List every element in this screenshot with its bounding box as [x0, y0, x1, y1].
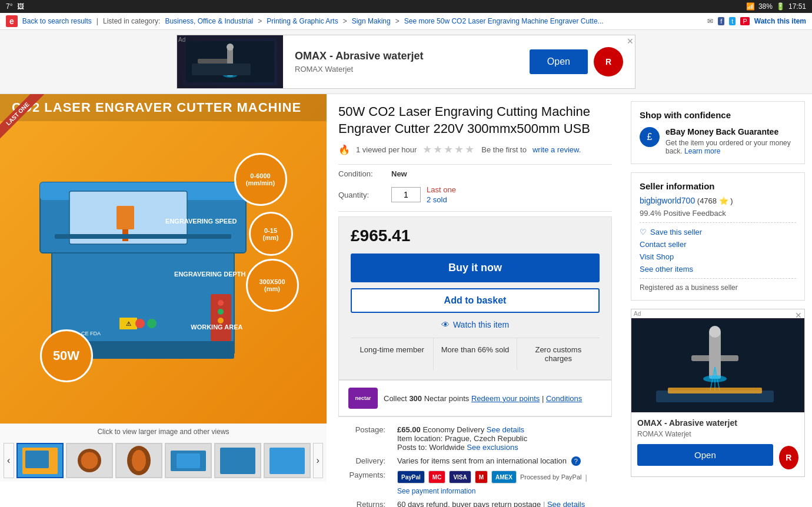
nectar-points-value: 300	[409, 394, 422, 403]
save-seller-text: Save this seller	[650, 228, 702, 236]
spec-bubble-depth: 0-15 (mm)	[249, 212, 293, 256]
seller-info-panel: Seller information bigbigworld700 (4768 …	[631, 172, 805, 301]
thumb-next-button[interactable]: ›	[313, 443, 324, 478]
sidebar-ad: Ad ✕	[631, 309, 805, 477]
thumbnail-1[interactable]	[16, 443, 64, 478]
battery-display: 38%	[758, 2, 773, 11]
power-badge: 50W	[40, 329, 93, 382]
nectar-pipe: |	[542, 394, 546, 403]
returns-value: 60 days refund, buyer pays return postag…	[397, 500, 612, 507]
delivery-row: Delivery: Varies for items sent from an …	[338, 456, 612, 466]
product-image-section: LAST ONE CO2 LASER ENGRAVER CUTTER MACHI…	[0, 94, 327, 507]
ad-label: Ad	[178, 36, 185, 43]
nectar-conditions-link[interactable]: Conditions	[546, 394, 582, 403]
thumbnail-5[interactable]	[214, 443, 261, 478]
last-one-ribbon: LAST ONE	[0, 94, 59, 153]
posts-to-value: Worldwide	[429, 443, 464, 452]
last-one-ribbon-text: LAST ONE	[0, 94, 44, 140]
spec-bubble-speed: 0-6000 (mm/min)	[234, 153, 287, 206]
status-bar-right: 📶 38% 🔋 17:51	[746, 2, 806, 11]
payments-row: Payments: PayPal MC VISA M AMEX Processe…	[338, 471, 612, 495]
views-text: 1 viewed per hour	[356, 145, 417, 154]
buy-now-button[interactable]: Buy it now	[351, 254, 600, 282]
listed-in-label: Listed in category:	[103, 17, 160, 25]
status-bar-left: 7° 🖼	[6, 2, 24, 11]
sidebar-ad-label-bar: Ad ✕	[631, 309, 804, 318]
sidebar-ad-illustration	[633, 320, 803, 411]
back-to-search[interactable]: Back to search results	[22, 17, 92, 25]
add-to-basket-button[interactable]: Add to basket	[351, 288, 600, 313]
svg-rect-27	[25, 451, 49, 468]
money-back-icon: £	[640, 127, 660, 147]
thumb-prev-button[interactable]: ‹	[4, 443, 14, 478]
learn-more-link[interactable]: Learn more	[684, 147, 720, 155]
top-ad-banner: Ad OMAX - Abrasive waterjet ROMAX Waterj…	[0, 30, 812, 94]
trust-badge-customs: Zero customs charges	[517, 338, 600, 370]
watch-item-link[interactable]: Watch this item	[754, 17, 806, 25]
battery-icon: 🔋	[776, 2, 785, 11]
seller-reviews: (4768	[697, 196, 717, 205]
ad-title: OMAX - Abrasive waterjet	[295, 50, 506, 62]
breadcrumb-cat2[interactable]: Printing & Graphic Arts	[267, 17, 338, 25]
sidebar-ad-subtitle: ROMAX Waterjet	[637, 430, 798, 438]
thumbnail-4[interactable]	[165, 443, 212, 478]
product-title: 50W CO2 Laser Engraving Cutting Machine …	[338, 104, 612, 137]
svg-point-17	[218, 309, 224, 315]
postage-price: £65.00	[397, 425, 421, 434]
last-one-text: Last one	[427, 185, 456, 194]
image-icon: 🖼	[17, 2, 24, 11]
spec-area-val: 300X500	[259, 278, 285, 285]
price-box: £965.41 Buy it now Add to basket 👁 Watch…	[338, 216, 612, 380]
svg-rect-35	[269, 448, 305, 474]
spec-area-unit: (mm)	[264, 285, 280, 292]
product-main-image[interactable]: LAST ONE CO2 LASER ENGRAVER CUTTER MACHI…	[0, 94, 327, 423]
ad-close-button[interactable]: ✕	[627, 36, 634, 46]
rating-be-first: Be the first to	[481, 145, 527, 154]
sidebar-ad-open-button[interactable]: Open	[637, 444, 773, 466]
nectar-collect-label: Collect	[384, 394, 407, 403]
quantity-input[interactable]	[391, 187, 421, 202]
trust-badges: Long-time member More than 66% sold Zero…	[351, 338, 600, 370]
registered-business-text: Registered as a business seller	[640, 283, 796, 292]
spec-label-depth: ENGRAVERING DEPTH	[174, 271, 245, 278]
money-back-title: eBay Money Back Guarantee	[665, 127, 796, 136]
breadcrumb-cat4[interactable]: See more 50w CO2 Laser Engraving Machine…	[404, 17, 604, 25]
shop-confidence-title: Shop with confidence	[640, 110, 796, 120]
visit-shop-link[interactable]: Visit Shop	[640, 252, 796, 261]
breadcrumb-cat1[interactable]: Business, Office & Industrial	[165, 17, 253, 25]
separator2	[338, 211, 612, 212]
seller-name-link[interactable]: bigbigworld700	[640, 196, 695, 205]
shop-confidence-panel: Shop with confidence £ eBay Money Back G…	[631, 101, 805, 164]
contact-seller-link[interactable]: Contact seller	[640, 240, 796, 249]
sidebar-ad-logo: R	[779, 446, 798, 469]
write-review-link[interactable]: write a review.	[533, 145, 581, 154]
nectar-text: Collect 300 Nectar points Redeem your po…	[384, 394, 582, 403]
svg-rect-20	[55, 234, 231, 239]
sidebar-ad-close[interactable]: ✕	[795, 311, 802, 320]
watch-this-item-link[interactable]: 👁 Watch this item	[351, 320, 600, 329]
thumbnail-3[interactable]	[115, 443, 162, 478]
save-seller-link[interactable]: ♡ Save this seller	[640, 228, 796, 236]
seller-star-icon: ⭐	[719, 196, 728, 205]
nectar-points-label: Nectar points	[424, 394, 470, 403]
thumbnail-6[interactable]	[264, 443, 311, 478]
see-exclusions-link[interactable]: See exclusions	[467, 443, 518, 452]
top-navigation: e Back to search results | Listed in cat…	[0, 13, 812, 30]
mastercard-icon: MC	[428, 471, 446, 483]
nectar-logo-text: nectar	[355, 395, 371, 401]
returns-see-details[interactable]: See details	[547, 500, 585, 507]
pipe-separator: |	[585, 473, 587, 482]
sold-count-link[interactable]: 2 sold	[427, 195, 456, 204]
thumbnail-2[interactable]	[66, 443, 113, 478]
processed-by-text: Processed by PayPal	[520, 473, 582, 481]
breadcrumb-cat3[interactable]: Sign Making	[352, 17, 391, 25]
ad-open-button[interactable]: Open	[530, 49, 588, 74]
postage-see-details[interactable]: See details	[487, 425, 524, 434]
see-other-items-link[interactable]: See other items	[640, 265, 796, 273]
delivery-help-icon[interactable]: ?	[571, 456, 581, 466]
see-payment-link[interactable]: See payment information	[397, 487, 475, 495]
spec-speed-val: 0-6000	[250, 172, 270, 179]
svg-text:⚠: ⚠	[125, 321, 131, 327]
nectar-redeem-link[interactable]: Redeem your points	[471, 394, 540, 403]
delivery-label: Delivery:	[338, 456, 391, 466]
